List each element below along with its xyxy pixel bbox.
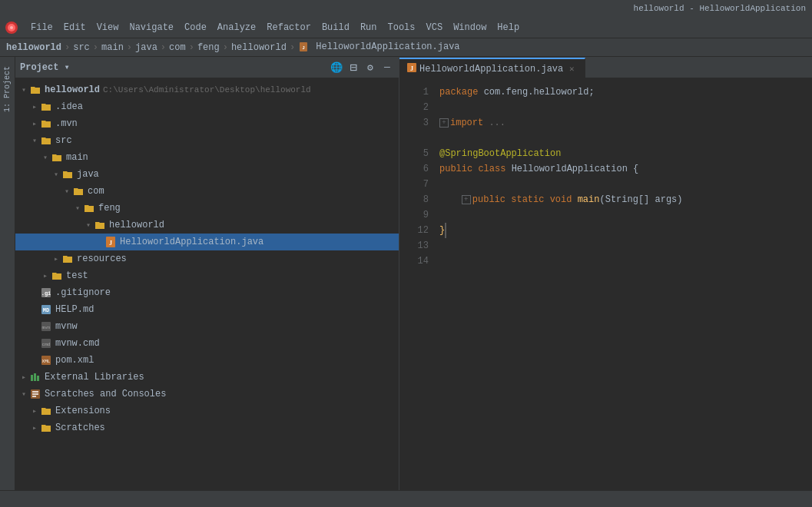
tree-arrow[interactable]: ▾ [83, 220, 94, 230]
svg-rect-17 [31, 375, 33, 381]
menu-tools[interactable]: Tools [383, 21, 420, 35]
tree-arrow[interactable]: ▾ [40, 153, 51, 162]
toolbar-settings-btn[interactable]: ⚙ [363, 61, 377, 75]
project-tree: ▾ helloworld C:\Users\Administrator\Desk… [15, 78, 399, 490]
tree-item-feng[interactable]: ▾ feng [15, 200, 399, 217]
menu-navigate[interactable]: Navigate [124, 21, 178, 35]
tree-sublabel: C:\Users\Administrator\Desktop\helloworl… [103, 85, 311, 94]
tree-item-com[interactable]: ▾ com [15, 183, 399, 200]
code-line-2 [433, 100, 812, 115]
editor-area: J HelloworldApplication.java ✕ 1 2 3 5 6… [399, 57, 812, 490]
tree-item-helloworld-pkg[interactable]: ▾ helloworld [15, 217, 399, 234]
code-line-14 [433, 238, 812, 254]
line-numbers: 1 2 3 5 6 7 8 9 12 13 14 [399, 78, 433, 490]
svg-text:J: J [302, 45, 305, 51]
breadcrumb-com[interactable]: com [169, 42, 186, 53]
svg-text:MD: MD [43, 307, 49, 313]
menu-refactor[interactable]: Refactor [262, 21, 316, 35]
menu-code[interactable]: Code [180, 21, 211, 35]
tree-item-java[interactable]: ▾ java [15, 166, 399, 183]
tree-item-mvnwcmd[interactable]: ▸ cmd mvnw.cmd [15, 335, 399, 352]
tree-item-test[interactable]: ▸ test [15, 267, 399, 284]
breadcrumb-file[interactable]: J HelloworldApplication.java [298, 41, 459, 52]
tab-close-btn[interactable]: ✕ [566, 64, 577, 75]
tree-item-mvn[interactable]: ▸ .mvn [15, 115, 399, 132]
editor-tabs: J HelloworldApplication.java ✕ [399, 57, 812, 78]
scratch-icon [29, 388, 41, 400]
mvnwcmd-icon: cmd [40, 337, 52, 350]
menu-help[interactable]: Help [492, 21, 524, 35]
tree-item-scratches-consoles[interactable]: ▾ Scratches and Consoles [15, 386, 399, 403]
fold-main-icon[interactable]: + [462, 195, 471, 204]
tree-arrow[interactable]: ▸ [29, 119, 40, 128]
tree-item-HelloworldApplication[interactable]: ▸ J HelloworldApplication.java [15, 234, 399, 250]
tree-item-src[interactable]: ▾ src [15, 132, 399, 149]
tree-arrow[interactable]: ▸ [40, 271, 51, 280]
tree-label: .gitignore [55, 287, 111, 298]
breadcrumb-src[interactable]: src [73, 42, 90, 53]
tree-label: main [66, 152, 88, 163]
mvnw-icon: mvn [40, 320, 52, 333]
tree-arrow[interactable]: ▸ [29, 406, 40, 416]
toolbar-sync-btn[interactable]: 🌐 [330, 61, 343, 75]
breadcrumb-main[interactable]: main [101, 42, 124, 53]
tree-item-gitignore[interactable]: ▸ .gi .gitignore [15, 284, 399, 301]
tree-item-helpmd[interactable]: ▸ MD HELP.md [15, 301, 399, 318]
breadcrumb: helloworld › src › main › java › com › f… [0, 38, 812, 57]
tree-label: com [88, 186, 104, 197]
project-panel-title: Project ▾ [20, 61, 326, 73]
breadcrumb-feng[interactable]: feng [197, 42, 220, 53]
folder-icon [40, 118, 52, 130]
tree-arrow[interactable]: ▾ [61, 187, 72, 196]
sidebar-strip-label[interactable]: 1: Project [3, 66, 12, 112]
menu-window[interactable]: Window [449, 21, 491, 35]
menu-analyze[interactable]: Analyze [213, 21, 260, 35]
tree-item-external-libs[interactable]: ▸ External Libraries [15, 369, 399, 386]
menu-vcs[interactable]: VCS [422, 21, 448, 35]
tree-arrow[interactable]: ▾ [51, 170, 61, 179]
tree-arrow[interactable]: ▾ [18, 85, 29, 94]
app-logo [3, 19, 20, 36]
menu-file[interactable]: File [26, 21, 58, 35]
ln-12: 12 [399, 223, 429, 238]
tree-item-idea[interactable]: ▸ .idea [15, 98, 399, 115]
svg-text:mvn: mvn [42, 325, 51, 330]
tree-item-main[interactable]: ▾ main [15, 149, 399, 166]
java-file-icon: J [104, 236, 117, 248]
menu-edit[interactable]: Edit [59, 21, 91, 35]
tree-arrow[interactable]: ▾ [72, 204, 83, 213]
tree-arrow[interactable]: ▸ [51, 254, 61, 263]
ln-6: 6 [399, 161, 429, 177]
tree-label: src [55, 135, 72, 146]
tree-arrow[interactable]: ▸ [29, 102, 40, 111]
menu-view[interactable]: View [92, 21, 124, 35]
tree-item-resources[interactable]: ▸ resources [15, 250, 399, 267]
tree-arrow[interactable]: ▸ [18, 373, 29, 382]
toolbar-collapse-btn[interactable]: ⊟ [346, 61, 360, 75]
tree-label: Extensions [55, 406, 111, 416]
breadcrumb-helloworld2[interactable]: helloworld [231, 42, 287, 53]
tree-item-extensions[interactable]: ▸ Extensions [15, 403, 399, 419]
tree-item-mvnw[interactable]: ▸ mvn mvnw [15, 318, 399, 335]
editor-tab-HelloworldApplication[interactable]: J HelloworldApplication.java ✕ [399, 58, 585, 79]
code-line-1: package com.feng.helloworld; [433, 84, 812, 100]
toolbar-hide-btn[interactable]: — [380, 61, 394, 75]
tree-label: mvnw [55, 321, 78, 332]
ln-1: 1 [399, 84, 429, 100]
folder-icon [40, 101, 52, 113]
tab-label: HelloworldApplication.java [419, 64, 563, 75]
breadcrumb-java[interactable]: java [135, 42, 157, 53]
code-content[interactable]: package com.feng.helloworld; +import ...… [433, 78, 812, 490]
tree-item-scratches-folder[interactable]: ▸ Scratches [15, 419, 399, 436]
fold-import-icon[interactable]: + [439, 118, 449, 128]
code-line-3: +import ... [433, 115, 812, 131]
breadcrumb-helloworld[interactable]: helloworld [6, 42, 61, 53]
tree-arrow[interactable]: ▾ [29, 136, 40, 145]
menu-build[interactable]: Build [317, 21, 354, 35]
tree-arrow[interactable]: ▾ [18, 389, 29, 399]
tree-arrow[interactable]: ▸ [29, 423, 40, 432]
menu-run[interactable]: Run [356, 21, 382, 35]
tree-item-helloworld-root[interactable]: ▾ helloworld C:\Users\Administrator\Desk… [15, 81, 399, 98]
tree-item-pomxml[interactable]: ▸ XML pom.xml [15, 352, 399, 369]
ln-7: 7 [399, 177, 429, 192]
